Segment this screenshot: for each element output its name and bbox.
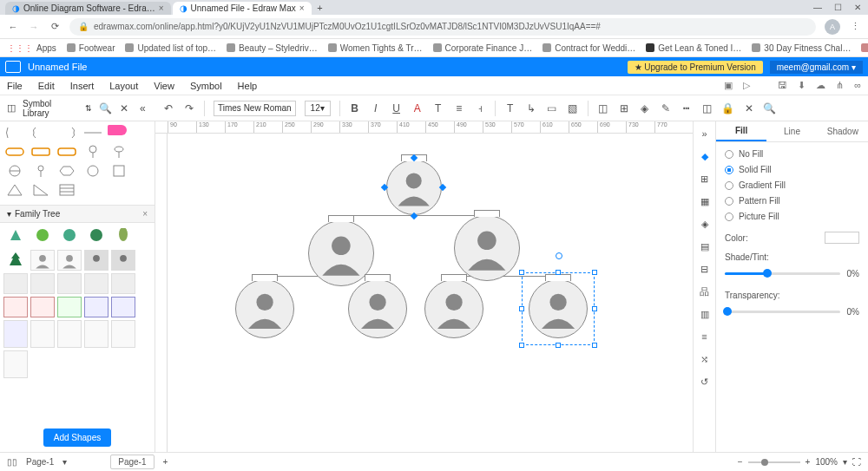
card-shape[interactable] — [30, 297, 55, 317]
tree-shape[interactable] — [111, 226, 135, 247]
person-card-shape[interactable] — [111, 250, 135, 271]
arrange-icon[interactable]: ◫ — [597, 102, 609, 114]
expand-panel-icon[interactable]: » — [698, 127, 712, 141]
tab-line[interactable]: Line — [766, 121, 817, 141]
card-shape[interactable] — [111, 297, 135, 317]
browser-tab[interactable]: ◑ Unnamed File - Edraw Max × — [173, 2, 312, 15]
user-menu[interactable]: meem@gmail.com ▾ — [770, 61, 863, 74]
bookmark[interactable]: Footwear — [67, 43, 115, 53]
org-panel-icon[interactable]: 品 — [698, 285, 712, 298]
spacing-icon[interactable]: ⫞ — [474, 102, 486, 114]
shape-lollipop[interactable] — [30, 163, 52, 179]
shape-pill[interactable] — [3, 144, 26, 160]
shape-table[interactable] — [56, 182, 78, 198]
present-icon[interactable]: ▣ — [724, 80, 733, 91]
radio-nofill[interactable]: No Fill — [725, 149, 859, 159]
upgrade-button[interactable]: ★ Upgrade to Premium Version — [628, 61, 763, 74]
zoom-in-button[interactable]: + — [806, 457, 811, 467]
card-shape[interactable] — [3, 320, 28, 348]
reload-icon[interactable]: ⟳ — [49, 21, 61, 33]
chart-panel-icon[interactable]: ▥ — [698, 307, 712, 321]
menu-symbol[interactable]: Symbol — [190, 81, 222, 91]
shuffle-panel-icon[interactable]: ⤭ — [698, 352, 712, 366]
fullscreen-icon[interactable]: ⛶ — [852, 457, 861, 467]
radio-pattern[interactable]: Pattern Fill — [725, 196, 859, 206]
close-icon[interactable]: × — [159, 3, 164, 13]
person-card-shape[interactable] — [30, 250, 55, 271]
menu-view[interactable]: View — [154, 81, 174, 91]
bookmark[interactable]: Updated list of top… — [125, 43, 216, 53]
page-label[interactable]: Page-1 — [26, 457, 54, 467]
shape-hexagon[interactable] — [56, 163, 78, 179]
bold-icon[interactable]: B — [349, 102, 361, 114]
layers-panel-icon[interactable]: ▤ — [698, 239, 712, 253]
card-shape[interactable] — [30, 320, 55, 348]
database-panel-icon[interactable]: ⊟ — [698, 262, 712, 276]
page-dropdown-icon[interactable]: ▾ — [62, 457, 67, 467]
connector-icon[interactable]: ↳ — [525, 102, 537, 114]
shape-right-triangle[interactable] — [30, 182, 52, 198]
forward-icon[interactable]: → — [28, 21, 40, 33]
bookmark[interactable]: Get Lean & Toned I… — [646, 43, 741, 53]
card-shape[interactable] — [3, 297, 28, 317]
align-panel-icon[interactable]: ≡ — [698, 330, 712, 343]
layout-panel-icon[interactable]: ⊞ — [698, 172, 712, 186]
tree-shape[interactable] — [3, 226, 28, 247]
search-icon[interactable]: 🔍 — [764, 102, 776, 114]
pages-icon[interactable]: ▯▯ — [7, 457, 17, 467]
shape-square[interactable] — [108, 163, 130, 179]
align-icon[interactable]: ≡ — [453, 102, 465, 114]
card-shape[interactable] — [57, 297, 82, 317]
menu-help[interactable]: Help — [238, 81, 258, 91]
zoom-dropdown[interactable]: ▾ — [843, 457, 847, 467]
back-icon[interactable]: ← — [7, 21, 19, 33]
card-shape[interactable] — [111, 273, 135, 294]
color-swatch[interactable] — [825, 232, 859, 244]
shape-line[interactable] — [82, 125, 104, 141]
theme-panel-icon[interactable]: ◈ — [698, 217, 712, 231]
profile-avatar[interactable]: A — [825, 19, 840, 35]
zoom-out-button[interactable]: − — [738, 457, 743, 467]
tools-icon[interactable]: ✕ — [743, 102, 755, 114]
card-shape[interactable] — [84, 297, 108, 317]
close-icon[interactable]: × — [299, 3, 305, 13]
person-node[interactable] — [454, 215, 520, 281]
shape-bracket[interactable] — [3, 125, 26, 141]
font-size-select[interactable]: 12 ▾ — [305, 101, 331, 116]
shape-pin[interactable] — [82, 144, 104, 160]
bookmark[interactable]: 30 Day Fitness Chal… — [752, 43, 851, 53]
shape-rounded[interactable] — [56, 144, 78, 160]
tab-shadow[interactable]: Shadow — [818, 121, 868, 141]
menu-file[interactable]: File — [7, 81, 23, 91]
history-panel-icon[interactable]: ↺ — [698, 375, 712, 389]
url-input[interactable]: 🔒 edrawmax.com/online/app.html?y0/KUjV2y… — [69, 18, 816, 36]
shade-slider[interactable] — [725, 272, 840, 275]
fill-panel-icon[interactable]: ◆ — [698, 149, 712, 163]
italic-icon[interactable]: I — [370, 102, 382, 114]
shape-brace[interactable] — [30, 125, 52, 141]
bookmark[interactable]: Contract for Weddi… — [542, 43, 635, 53]
download-icon[interactable]: ⬇ — [798, 80, 806, 91]
card-shape[interactable] — [57, 273, 82, 294]
library-label[interactable]: Symbol Library — [23, 99, 78, 118]
person-node[interactable] — [424, 279, 483, 338]
shape-rounded[interactable] — [30, 144, 52, 160]
bookmark[interactable]: Beauty – Styledriv… — [227, 43, 318, 53]
minimize-icon[interactable]: — — [813, 3, 822, 12]
group-icon[interactable]: ⊞ — [618, 102, 630, 114]
card-shape[interactable] — [111, 320, 135, 348]
image-icon[interactable]: ▧ — [567, 102, 579, 114]
menu-layout[interactable]: Layout — [109, 81, 138, 91]
search-icon[interactable]: 🔍 — [99, 102, 111, 114]
category-header[interactable]: ▾ Family Tree × — [0, 205, 155, 223]
collapse-icon[interactable]: « — [137, 102, 148, 114]
browser-tab[interactable]: ◑ Online Diagram Software - Edra… × — [5, 2, 171, 15]
card-shape[interactable] — [3, 273, 28, 294]
shape-triangle[interactable] — [3, 182, 26, 198]
crop-icon[interactable]: ◫ — [701, 102, 713, 114]
document-title[interactable]: Unnamed File — [28, 62, 87, 72]
text-tool-icon[interactable]: T — [504, 102, 516, 114]
transparency-slider[interactable] — [725, 311, 840, 313]
selection-box[interactable] — [522, 272, 595, 345]
tree-shape[interactable] — [3, 250, 28, 271]
